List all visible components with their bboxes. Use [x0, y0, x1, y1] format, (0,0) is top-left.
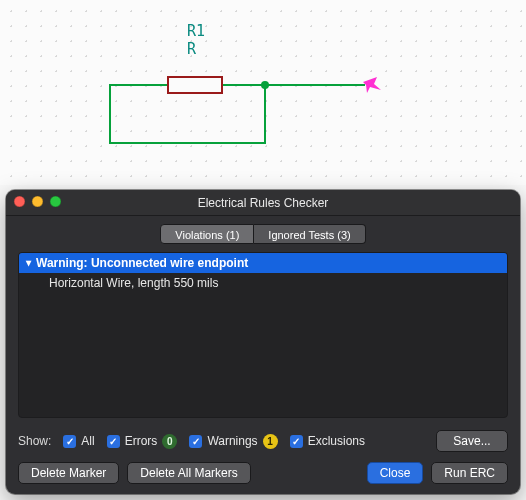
- show-label: Show:: [18, 434, 51, 448]
- filter-warnings-label: Warnings: [207, 434, 257, 448]
- filter-all[interactable]: ✓ All: [63, 434, 94, 448]
- svg-marker-0: [363, 77, 381, 93]
- resistor-symbol: [167, 76, 223, 94]
- checkbox-icon: ✓: [189, 435, 202, 448]
- checkbox-icon: ✓: [107, 435, 120, 448]
- titlebar: Electrical Rules Checker: [6, 190, 520, 216]
- close-button[interactable]: Close: [367, 462, 424, 484]
- violation-detail-row[interactable]: Horizontal Wire, length 550 mils: [19, 273, 507, 293]
- wire: [109, 84, 167, 86]
- wire: [109, 84, 111, 142]
- tab-bar: Violations (1) Ignored Tests (3): [6, 216, 520, 250]
- checkbox-icon: ✓: [63, 435, 76, 448]
- run-erc-button[interactable]: Run ERC: [431, 462, 508, 484]
- junction-dot: [261, 81, 269, 89]
- violation-row[interactable]: ▸ Warning: Unconnected wire endpoint: [19, 253, 507, 273]
- filter-bar: Show: ✓ All ✓ Errors 0 ✓ Warnings 1 ✓ Ex…: [6, 426, 520, 458]
- save-button[interactable]: Save...: [436, 430, 508, 452]
- dangling-wire: [265, 84, 365, 86]
- checkbox-icon: ✓: [290, 435, 303, 448]
- schematic-canvas[interactable]: R1 R: [0, 0, 526, 185]
- filter-exclusions[interactable]: ✓ Exclusions: [290, 434, 365, 448]
- violation-detail: Horizontal Wire, length 550 mils: [49, 276, 218, 290]
- errors-count-badge: 0: [162, 434, 177, 449]
- zoom-window-icon[interactable]: [50, 196, 61, 207]
- wire: [109, 142, 266, 144]
- delete-marker-button[interactable]: Delete Marker: [18, 462, 119, 484]
- wire: [223, 84, 265, 86]
- minimize-window-icon[interactable]: [32, 196, 43, 207]
- chevron-down-icon: ▸: [24, 261, 35, 266]
- delete-all-markers-button[interactable]: Delete All Markers: [127, 462, 250, 484]
- component-reference: R1: [187, 22, 205, 40]
- erc-marker-icon[interactable]: [363, 77, 381, 93]
- component-value: R: [187, 40, 196, 58]
- warnings-count-badge: 1: [263, 434, 278, 449]
- violation-title: Warning: Unconnected wire endpoint: [36, 256, 248, 270]
- wire: [264, 84, 266, 144]
- button-bar: Delete Marker Delete All Markers Close R…: [6, 458, 520, 494]
- filter-all-label: All: [81, 434, 94, 448]
- filter-warnings[interactable]: ✓ Warnings 1: [189, 434, 277, 449]
- close-window-icon[interactable]: [14, 196, 25, 207]
- dialog-title: Electrical Rules Checker: [198, 196, 329, 210]
- tab-ignored-tests[interactable]: Ignored Tests (3): [254, 224, 365, 244]
- violations-list[interactable]: ▸ Warning: Unconnected wire endpoint Hor…: [18, 252, 508, 418]
- window-controls: [14, 196, 61, 207]
- filter-errors-label: Errors: [125, 434, 158, 448]
- tab-violations[interactable]: Violations (1): [160, 224, 254, 244]
- filter-errors[interactable]: ✓ Errors 0: [107, 434, 178, 449]
- filter-exclusions-label: Exclusions: [308, 434, 365, 448]
- erc-dialog: Electrical Rules Checker Violations (1) …: [6, 190, 520, 494]
